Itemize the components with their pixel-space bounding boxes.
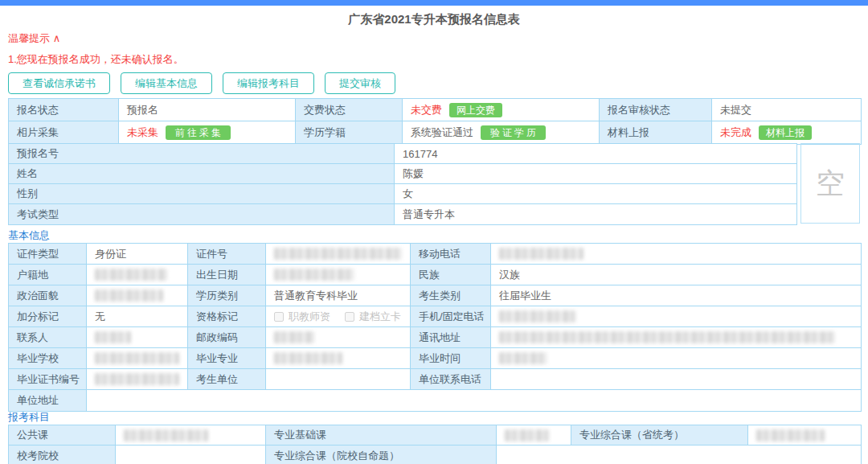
notice-toggle[interactable]: 温馨提示 ∧ (8, 31, 60, 46)
contact-person-value-redacted (87, 327, 188, 348)
online-payment-button[interactable]: 网上交费 (449, 103, 502, 117)
poverty-file-checkbox-label: 建档立卡 (359, 310, 401, 324)
education-record-cell: 系统验证通过验证学历 (403, 121, 600, 144)
id-number-value-redacted (266, 244, 411, 265)
exam-subjects-table: 公共课 专业基础课 专业综合课（省统考） 校考院校 专业综合课（院校自命题） (8, 425, 862, 464)
exam-type-label: 考试类型 (9, 204, 395, 224)
education-record-value: 系统验证通过 (411, 125, 473, 140)
bonus-mark-value: 无 (87, 306, 188, 327)
education-type-value: 普通教育专科毕业 (266, 285, 411, 306)
material-upload-label: 材料上报 (600, 121, 712, 144)
landline-label: 手机/固定电话 (411, 306, 491, 327)
prereg-number-label: 预报名号 (9, 144, 395, 164)
name-label: 姓名 (9, 164, 395, 184)
payment-status-value: 未交费 (411, 103, 442, 117)
graduation-major-label: 毕业专业 (188, 348, 266, 369)
go-collect-button[interactable]: 前往采集 (166, 125, 231, 140)
mailing-address-value-redacted (491, 327, 861, 348)
id-type-label: 证件类型 (9, 244, 87, 265)
household-label: 户籍地 (9, 265, 87, 285)
vocational-teacher-checkbox-label: 职教师资 (289, 310, 330, 324)
unit-phone-value (491, 369, 861, 390)
material-upload-button[interactable]: 材料上报 (759, 125, 812, 140)
bonus-mark-label: 加分标记 (9, 306, 87, 327)
major-basic-course-label: 专业基础课 (266, 425, 497, 446)
major-basic-course-value-redacted (497, 425, 571, 446)
prereg-number-value: 161774 (395, 144, 796, 164)
major-comprehensive-provincial-label: 专业综合课（省统考） (571, 425, 748, 446)
preregistration-info-page: 广东省2021专升本预报名信息表 温馨提示 ∧ 1.您现在预报名成功，还未确认报… (0, 0, 868, 464)
id-number-label: 证件号 (188, 244, 266, 265)
basic-info-table: 证件类型 身份证 证件号 移动电话 户籍地 出生日期 民族 汉族 政治面貌 学历… (8, 243, 862, 412)
submit-review-button[interactable]: 提交审核 (325, 72, 395, 94)
mailing-address-label: 通讯地址 (411, 327, 491, 348)
unit-address-value (87, 390, 861, 411)
work-unit-label: 考生单位 (188, 369, 266, 390)
work-unit-value (266, 369, 411, 390)
gender-value: 女 (395, 184, 796, 204)
political-status-value-redacted (87, 285, 188, 306)
household-value-redacted (87, 265, 188, 285)
basic-info-header: 基本信息 (8, 228, 50, 243)
qualification-mark-label: 资格标记 (188, 306, 266, 327)
mobile-phone-label: 移动电话 (411, 244, 491, 265)
photo-placeholder: 空 (800, 143, 860, 224)
poverty-file-checkbox-group: 建档立卡 (345, 310, 411, 324)
toolbar: 查看诚信承诺书 编辑基本信息 编辑报考科目 提交审核 (8, 72, 395, 94)
exam-subjects-header: 报考科目 (8, 410, 50, 425)
graduation-date-label: 毕业时间 (411, 348, 491, 369)
edit-exam-subjects-button[interactable]: 编辑报考科目 (223, 72, 314, 94)
photo-collect-value: 未采集 (127, 125, 158, 140)
public-course-label: 公共课 (9, 425, 116, 446)
page-title: 广东省2021专升本预报名信息表 (0, 12, 868, 27)
material-upload-value: 未完成 (720, 125, 751, 140)
graduation-date-value-redacted (491, 348, 861, 369)
postal-code-label: 邮政编码 (188, 327, 266, 348)
diploma-number-value-redacted (87, 369, 188, 390)
status-value: 预报名 (119, 99, 296, 121)
graduation-major-value-redacted (266, 348, 411, 369)
graduation-school-value-redacted (87, 348, 188, 369)
payment-status-cell: 未交费网上交费 (403, 99, 600, 121)
photo-collect-cell: 未采集前往采集 (119, 121, 296, 144)
unit-address-label: 单位地址 (9, 390, 87, 411)
status-table: 报名状态 预报名 交费状态 未交费网上交费 报名审核状态 未提交 相片采集 未采… (8, 98, 862, 145)
poverty-file-checkbox (345, 312, 354, 322)
ethnicity-value: 汉族 (491, 265, 861, 285)
birthdate-value-redacted (266, 265, 411, 285)
name-value: 陈媛 (395, 164, 796, 184)
ethnicity-label: 民族 (411, 265, 491, 285)
top-accent-bar (0, 0, 868, 6)
review-status-value: 未提交 (712, 99, 861, 121)
payment-status-label: 交费状态 (296, 99, 403, 121)
public-course-value-redacted (116, 425, 266, 446)
landline-value-redacted (491, 306, 861, 327)
major-comprehensive-college-label: 专业综合课（院校自命题） (266, 446, 497, 464)
view-integrity-pledge-button[interactable]: 查看诚信承诺书 (8, 72, 110, 94)
candidate-category-value: 往届毕业生 (491, 285, 861, 306)
photo-collect-label: 相片采集 (9, 121, 119, 144)
major-comprehensive-college-value (497, 446, 861, 464)
qualification-mark-cell: 职教师资 建档立卡 (266, 306, 411, 327)
graduation-school-label: 毕业学校 (9, 348, 87, 369)
contact-person-label: 联系人 (9, 327, 87, 348)
candidate-category-label: 考生类别 (411, 285, 491, 306)
vocational-teacher-checkbox-group: 职教师资 (274, 310, 345, 324)
photo-empty-glyph: 空 (816, 164, 845, 203)
education-type-label: 学历类别 (188, 285, 266, 306)
diploma-number-label: 毕业证书编号 (9, 369, 87, 390)
unit-phone-label: 单位联系电话 (411, 369, 491, 390)
major-comprehensive-provincial-value-redacted (748, 425, 861, 446)
education-record-label: 学历学籍 (296, 121, 403, 144)
verify-education-button[interactable]: 验证学历 (481, 125, 546, 140)
review-status-label: 报名审核状态 (600, 99, 712, 121)
summary-table: 预报名号 161774 姓名 陈媛 性别 女 考试类型 普通专升本 (8, 143, 797, 225)
school-exam-college-value (116, 446, 266, 464)
gender-label: 性别 (9, 184, 395, 204)
status-label: 报名状态 (9, 99, 119, 121)
vocational-teacher-checkbox (274, 312, 284, 322)
edit-basic-info-button[interactable]: 编辑基本信息 (121, 72, 212, 94)
birthdate-label: 出生日期 (188, 265, 266, 285)
mobile-phone-value-redacted (491, 244, 861, 265)
notice-toggle-label: 温馨提示 (8, 32, 50, 44)
